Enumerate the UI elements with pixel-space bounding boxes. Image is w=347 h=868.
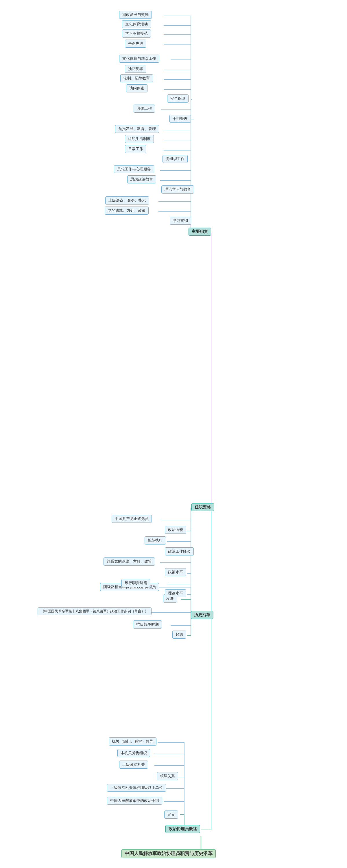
node-fazhi: 法制、纪律教育 (120, 74, 153, 82)
node-xuexiyx: 学习英雄模范 (122, 29, 151, 37)
node-fangjianbs: 访问保密 (126, 84, 147, 92)
node-yufangfz: 预防犯罪 (125, 65, 146, 73)
node-wenhuatydh: 文化体育活动 (122, 20, 151, 28)
node-zhonggong: 中国共产党正式党员 (112, 515, 152, 523)
node-zzjingyan: 政治工作经验 (165, 547, 194, 555)
node-shangjijd: 上级决议、命令、指示 (105, 196, 149, 205)
node-richang: 日常工作 (125, 145, 146, 153)
node-jiguan: 机关（部门、科室）领导 (109, 738, 156, 746)
node-anquanbw: 安全保卫 (167, 94, 189, 102)
node-lilunsp: 理论水平 (165, 589, 186, 597)
node-lingdao: 领导关系 (157, 772, 178, 780)
node-dangzzgz: 党组织工作 (163, 155, 188, 163)
node-zhuyao: 主要职责 (189, 228, 211, 236)
node-lilunxx: 理论学习与教育 (161, 185, 194, 193)
node-luxingzz: 履行职责所需 (121, 579, 150, 587)
node-lishi: 历史沿革 (191, 611, 213, 619)
node-dingyi: 定义 (164, 810, 178, 818)
node-kangri: 抗日战争时期 (133, 620, 162, 628)
node-zhengzms: 政治面貌 (165, 526, 186, 534)
node-yongzhenganm: 拥政爱民与奖励 (119, 11, 152, 19)
root-node: 中国人民解放军政治协理员职责与历史沿革 (121, 849, 216, 858)
node-dangyufz: 党员发展、教育、管理 (115, 125, 159, 133)
node-shuxizz: 熟悉党的路线、方针、政策 (104, 557, 155, 565)
node-shangji: 上级政治机关派驻团级以上单位 (107, 784, 166, 792)
node-zzshzd: 组织生活制度 (125, 135, 154, 143)
mind-map: 中国人民解放军政治协理员职责与历史沿革 政治协理员概述 定义 中国人民解放军中的… (0, 0, 347, 868)
node-zuzhifaze: 《中国国民革命军第十八集团军（第八路军）政治工作条例（草案）》 (37, 608, 151, 615)
node-shangjizz: 上级政治机关 (119, 761, 148, 769)
node-dangdelx: 党的路线、方针、政策 (105, 207, 149, 215)
node-renzhi: 任职资格 (192, 503, 214, 511)
node-jiefangjun: 中国人民解放军中的政治干部 (107, 797, 162, 805)
node-zhengchuanxian: 争创先进 (125, 39, 146, 48)
node-benjizz: 本机关党委组织 (117, 749, 150, 757)
node-sixiangl: 思想工作与心理服务 (114, 165, 154, 173)
connector-lines (0, 0, 347, 868)
node-ganbugl: 干部管理 (169, 115, 191, 123)
node-zhengzhi: 政治协理员概述 (165, 825, 200, 833)
node-wenhuatq: 文化体育与群众工作 (119, 55, 159, 63)
node-qiyuan: 起源 (172, 630, 186, 639)
node-fanzhixing: 规范执行 (145, 536, 166, 545)
node-sixiangzz: 思想政治教育 (127, 175, 156, 183)
node-xuexigz: 学习贯彻 (170, 217, 191, 225)
node-zcshui: 政策水平 (165, 568, 186, 576)
node-jiti: 具体工作 (134, 104, 155, 113)
